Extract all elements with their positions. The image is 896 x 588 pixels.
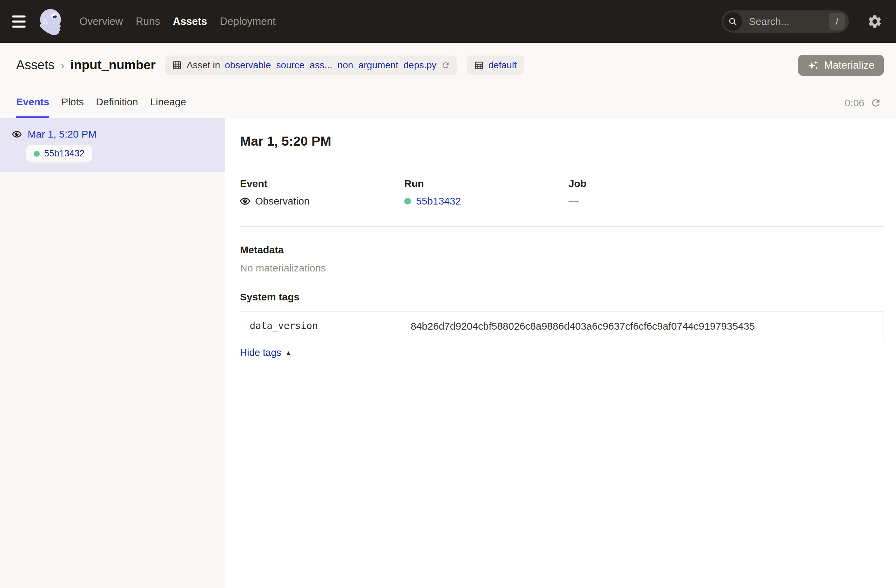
sparkles-icon [808,59,819,71]
primary-nav: Overview Runs Assets Deployment [79,15,276,27]
content-area: Mar 1, 5:20 PM 55b13432 Mar 1, 5:20 PM E… [0,119,896,588]
system-tags-heading: System tags [240,291,884,303]
asset-tabs: Events Plots Definition Lineage 0:06 [0,87,896,119]
breadcrumb-chevron-icon: › [61,59,64,71]
caret-up-icon: ▲ [285,349,292,357]
repo-badge: default [467,56,524,75]
job-column: Job — [568,178,733,207]
top-navbar: Overview Runs Assets Deployment Search..… [0,0,896,43]
breadcrumb: Assets › input_number [16,58,155,72]
tab-plots[interactable]: Plots [61,87,84,118]
event-column: Event Observation [240,178,404,207]
dagster-app: Overview Runs Assets Deployment Search..… [0,0,896,588]
run-status-dot [404,198,411,205]
asset-location-badge: Asset in observable_source_ass..._non_ar… [165,56,457,75]
search-shortcut-key: / [829,13,845,30]
nav-item-overview[interactable]: Overview [79,15,123,27]
search-icon [723,12,742,31]
job-value: — [568,196,579,207]
materialize-button[interactable]: Materialize [798,55,884,76]
event-list-item-selected[interactable]: Mar 1, 5:20 PM 55b13432 [0,119,225,172]
observation-eye-icon [240,196,250,206]
nav-item-runs[interactable]: Runs [136,15,160,27]
event-list-sidebar: Mar 1, 5:20 PM 55b13432 [0,119,225,588]
system-tags-table: data_version 84b26d7d9204cbf588026c8a988… [240,311,884,341]
event-title: Mar 1, 5:20 PM [240,134,884,149]
nav-item-assets[interactable]: Assets [173,15,207,27]
settings-gear-icon[interactable] [867,14,882,29]
asset-name: input_number [70,58,155,72]
search-placeholder: Search... [749,16,823,27]
job-column-header: Job [568,178,733,189]
breadcrumb-assets-link[interactable]: Assets [16,58,55,72]
search-input[interactable]: Search... / [722,11,849,33]
tab-lineage[interactable]: Lineage [150,87,186,118]
nav-item-deployment[interactable]: Deployment [220,15,275,27]
asset-grid-icon [172,61,182,70]
run-id-label: 55b13432 [44,148,84,159]
metadata-heading: Metadata [240,244,884,256]
asset-definition-file-link[interactable]: observable_source_ass..._non_argument_de… [225,60,437,71]
event-column-header: Event [240,178,404,189]
tab-definition[interactable]: Definition [96,87,138,118]
event-type-value: Observation [255,196,310,207]
workspace-icon [474,61,484,70]
repo-default-link[interactable]: default [488,60,517,71]
tag-key-cell: data_version [240,312,403,341]
observation-eye-icon [12,129,21,139]
reload-definition-icon[interactable] [441,61,450,70]
asset-location-prefix: Asset in [186,60,220,71]
run-id-link[interactable]: 55b13432 [416,196,461,207]
event-date-link[interactable]: Mar 1, 5:20 PM [27,129,97,140]
tag-value-cell: 84b26d7d9204cbf588026c8a9886d403a6c9637c… [403,312,884,341]
hide-tags-label: Hide tags [240,347,281,358]
run-status-dot [34,151,40,157]
page-header: Assets › input_number Asset in observabl… [0,43,896,87]
divider [240,165,884,165]
run-column: Run 55b13432 [404,178,568,207]
event-detail-panel: Mar 1, 5:20 PM Event Observation [225,119,896,588]
metadata-empty-text: No materializations [240,262,884,274]
tab-events[interactable]: Events [16,87,49,118]
divider [240,226,884,227]
run-column-header: Run [404,178,568,189]
dagster-logo-icon[interactable] [36,7,65,36]
refresh-countdown: 0:06 [845,97,864,109]
menu-icon[interactable] [12,15,26,27]
refresh-icon[interactable] [870,97,881,108]
run-id-badge[interactable]: 55b13432 [26,144,92,163]
auto-refresh: 0:06 [845,87,881,119]
materialize-label: Materialize [824,59,875,71]
event-summary-row: Event Observation Run 55b13432 [240,178,884,207]
hide-tags-link[interactable]: Hide tags ▲ [240,347,291,358]
